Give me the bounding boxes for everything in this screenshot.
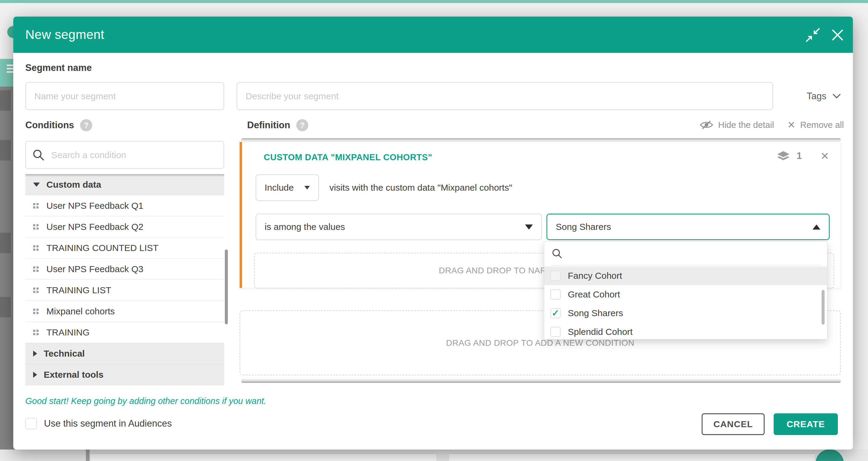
sidebar-item-dimmed bbox=[0, 233, 11, 253]
checkbox-checked: ✓ bbox=[550, 308, 561, 318]
chevron-down-icon bbox=[832, 93, 841, 99]
condition-search bbox=[25, 141, 224, 169]
group-external-tools[interactable]: External tools bbox=[25, 364, 224, 385]
option-label: Fancy Cohort bbox=[568, 270, 622, 281]
background-panel bbox=[90, 453, 436, 461]
condition-item-label: TRAINING COUNTED LIST bbox=[46, 243, 158, 253]
include-select[interactable]: Include bbox=[255, 174, 319, 201]
condition-item[interactable]: User NPS Feedback Q3 bbox=[25, 259, 224, 280]
background-upper-area bbox=[0, 3, 868, 17]
group-label: Custom data bbox=[46, 179, 101, 190]
selected-value: Song Sharers bbox=[556, 222, 611, 232]
narrow-dropzone-label: DRAG AND DROP TO NAR bbox=[255, 253, 547, 288]
definition-heading: Definition bbox=[247, 120, 290, 131]
group-technical[interactable]: Technical bbox=[25, 343, 224, 364]
segment-name-label: Segment name bbox=[25, 62, 92, 73]
drag-handle-icon bbox=[33, 309, 38, 314]
background-top-strip bbox=[0, 0, 868, 3]
tags-label: Tags bbox=[807, 91, 827, 102]
condition-item-label: User NPS Feedback Q2 bbox=[46, 222, 144, 232]
dropdown-separator bbox=[552, 265, 821, 265]
background-panel bbox=[449, 453, 815, 461]
modal-title: New segment bbox=[25, 17, 104, 53]
condition-item[interactable]: TRAINING bbox=[25, 322, 224, 343]
value-multiselect[interactable]: Song Sharers bbox=[547, 213, 830, 240]
caret-right-icon bbox=[33, 351, 37, 356]
group-custom-data[interactable]: Custom data bbox=[25, 174, 224, 195]
value-dropdown-panel: Fancy Cohort Great Cohort ✓ Song Sharers… bbox=[544, 241, 827, 339]
sidebar-item-dimmed bbox=[0, 297, 11, 317]
include-value: Include bbox=[265, 182, 294, 193]
condition-item-label: Mixpanel cohorts bbox=[46, 306, 115, 316]
condition-item[interactable]: TRAINING LIST bbox=[25, 280, 224, 301]
condition-item[interactable]: TRAINING COUNTED LIST bbox=[25, 237, 224, 259]
check-icon: ✓ bbox=[552, 309, 559, 318]
stack-count-badge: 1 bbox=[797, 150, 802, 162]
condition-close-icon[interactable]: ✕ bbox=[821, 150, 830, 162]
drag-handle-icon bbox=[33, 245, 38, 251]
x-icon: ✕ bbox=[787, 119, 795, 131]
conditions-scrollbar-thumb[interactable] bbox=[225, 250, 228, 324]
modal-header: New segment bbox=[13, 17, 853, 53]
condition-card-title: CUSTOM DATA "MIXPANEL COHORTS" bbox=[264, 152, 432, 162]
hide-detail-label: Hide the detail bbox=[718, 120, 774, 130]
group-label: Technical bbox=[44, 348, 85, 359]
checkbox-unchecked[interactable] bbox=[25, 418, 37, 429]
segment-name-input[interactable] bbox=[25, 82, 224, 110]
operator-select[interactable]: is among the values bbox=[255, 213, 542, 240]
collapse-icon[interactable] bbox=[806, 28, 820, 42]
cancel-button[interactable]: CANCEL bbox=[702, 413, 765, 435]
drag-handle-icon bbox=[33, 288, 38, 293]
create-button[interactable]: CREATE bbox=[774, 413, 838, 435]
option-label: Splendid Cohort bbox=[568, 327, 632, 337]
segment-description-input[interactable] bbox=[237, 82, 773, 110]
tags-dropdown[interactable]: Tags bbox=[807, 82, 841, 110]
condition-item[interactable]: Mixpanel cohorts bbox=[25, 301, 224, 322]
dropdown-scrollbar-thumb[interactable] bbox=[822, 290, 825, 325]
option-splendid-cohort[interactable]: Splendid Cohort bbox=[544, 322, 827, 341]
operator-value: is among the values bbox=[265, 222, 345, 232]
definition-scroll-shadow-top bbox=[241, 138, 841, 142]
hide-detail-button[interactable]: Hide the detail bbox=[700, 120, 774, 130]
conditions-heading: Conditions bbox=[25, 120, 74, 131]
sidebar-item-dimmed bbox=[0, 90, 11, 111]
remove-all-label: Remove all bbox=[800, 120, 844, 130]
option-great-cohort[interactable]: Great Cohort bbox=[544, 285, 827, 304]
checkbox-unchecked bbox=[550, 289, 561, 299]
help-icon[interactable]: ? bbox=[80, 119, 92, 131]
background-bottom-divider bbox=[86, 450, 90, 461]
caret-up-icon bbox=[812, 225, 820, 230]
drag-handle-icon bbox=[33, 330, 38, 335]
option-label: Song Sharers bbox=[568, 308, 623, 318]
option-song-sharers[interactable]: ✓ Song Sharers bbox=[544, 304, 827, 322]
sidebar-item-dimmed bbox=[0, 140, 11, 161]
remove-all-button[interactable]: ✕ Remove all bbox=[787, 119, 844, 131]
drag-handle-icon bbox=[33, 224, 38, 230]
condition-search-input[interactable] bbox=[51, 150, 217, 161]
condition-item-label: TRAINING LIST bbox=[46, 285, 111, 295]
condition-item[interactable]: User NPS Feedback Q2 bbox=[25, 216, 224, 237]
caret-down-icon bbox=[525, 225, 533, 230]
audiences-checkbox-row[interactable]: Use this segment in Audiences bbox=[25, 418, 172, 429]
drag-handle-icon bbox=[33, 203, 38, 208]
condition-description: visits with the custom data "Mixpanel co… bbox=[330, 174, 513, 201]
checkbox-unchecked bbox=[550, 327, 561, 337]
drag-handle-icon bbox=[33, 266, 38, 272]
help-icon[interactable]: ? bbox=[296, 119, 308, 131]
condition-item[interactable]: User NPS Feedback Q1 bbox=[25, 195, 224, 216]
hint-text: Good start! Keep going by adding other c… bbox=[25, 394, 267, 408]
condition-item-label: User NPS Feedback Q3 bbox=[46, 264, 144, 274]
group-label: External tools bbox=[44, 370, 103, 380]
caret-right-icon bbox=[33, 372, 37, 378]
caret-down-icon bbox=[33, 182, 40, 187]
checkbox-unchecked bbox=[550, 270, 561, 281]
close-icon[interactable] bbox=[831, 28, 844, 42]
definition-scroll-shadow-bottom bbox=[241, 379, 841, 383]
layers-icon bbox=[777, 151, 790, 161]
option-fancy-cohort[interactable]: Fancy Cohort bbox=[544, 266, 827, 285]
audiences-label: Use this segment in Audiences bbox=[44, 418, 172, 429]
caret-down-icon bbox=[304, 186, 310, 190]
conditions-list: Custom data User NPS Feedback Q1 User NP… bbox=[25, 174, 224, 385]
search-icon bbox=[33, 149, 44, 161]
condition-item-label: TRAINING bbox=[46, 327, 90, 338]
